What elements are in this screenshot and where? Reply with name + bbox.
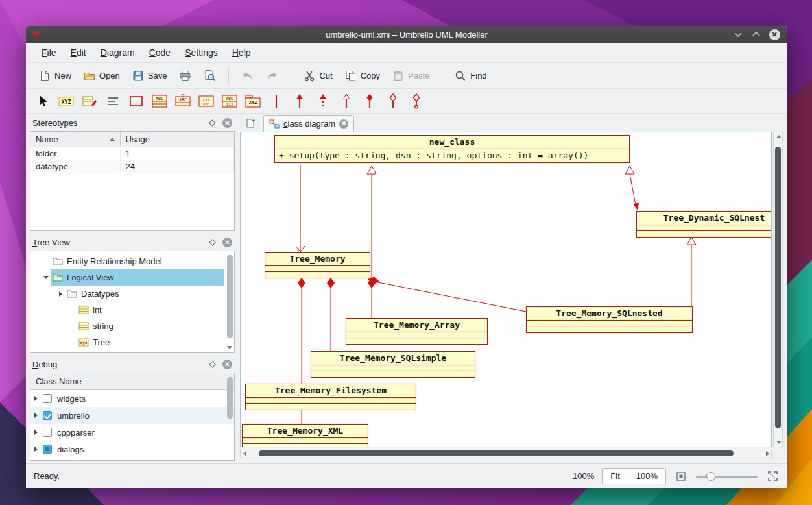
menu-help[interactable]: Help bbox=[226, 45, 257, 60]
tool-directed-association[interactable] bbox=[291, 93, 308, 110]
checkbox-unchecked[interactable] bbox=[43, 428, 52, 437]
zoom-slider[interactable] bbox=[696, 471, 758, 482]
undo-button[interactable] bbox=[237, 68, 257, 84]
stereotypes-dock-header[interactable]: Stereotypes ✕ bbox=[30, 115, 235, 131]
table-row[interactable]: datatype 24 bbox=[30, 160, 234, 173]
menu-edit[interactable]: Edit bbox=[64, 45, 93, 60]
debug-item-cppparser[interactable]: cppparser bbox=[30, 424, 234, 441]
debug-item-widgets[interactable]: widgets bbox=[30, 390, 234, 407]
uml-class-tree-dynamic-sqlnest[interactable]: Tree_Dynamic_SQLnest bbox=[636, 211, 772, 238]
class-name-column-header[interactable]: Class Name bbox=[30, 373, 234, 390]
debug-dock-header[interactable]: Debug ✕ bbox=[30, 356, 235, 373]
cut-button[interactable]: Cut bbox=[300, 68, 336, 84]
uml-class-tree-memory-array[interactable]: Tree_Memory_Array bbox=[346, 318, 488, 345]
tree-scrollbar[interactable] bbox=[227, 254, 233, 341]
chevron-right-icon[interactable] bbox=[34, 430, 38, 435]
titlebar[interactable]: umbrello-uml.xmi – Umbrello UML Modeller… bbox=[26, 26, 787, 43]
tool-class[interactable]: ABC bbox=[151, 93, 168, 110]
save-button[interactable]: Save bbox=[128, 68, 171, 84]
slider-track[interactable] bbox=[696, 476, 758, 478]
find-button[interactable]: Find bbox=[451, 68, 490, 84]
tool-lines[interactable] bbox=[104, 93, 121, 110]
maximize-icon[interactable] bbox=[748, 28, 764, 41]
menu-diagram[interactable]: Diagram bbox=[94, 45, 141, 60]
debug-item-umbrello[interactable]: umbrello bbox=[30, 407, 234, 424]
checkbox-partial[interactable] bbox=[43, 445, 52, 454]
close-dock-icon[interactable]: ✕ bbox=[222, 118, 232, 128]
tree-item-entity-relationship-model[interactable]: Entity Relationship Model bbox=[30, 253, 234, 269]
tool-dependency[interactable] bbox=[315, 93, 331, 110]
tool-composition[interactable] bbox=[385, 93, 401, 110]
tab-class-diagram[interactable]: class diagram ✕ bbox=[263, 115, 354, 132]
scrollbar-thumb[interactable] bbox=[227, 255, 233, 338]
tree-item-int[interactable]: int bbox=[30, 302, 234, 318]
zoom-100-button[interactable]: 100% bbox=[628, 468, 666, 484]
open-button[interactable]: Open bbox=[80, 68, 124, 84]
close-dock-icon[interactable]: ✕ bbox=[222, 238, 232, 247]
column-header-usage[interactable]: Usage bbox=[120, 132, 234, 147]
menu-settings[interactable]: Settings bbox=[178, 45, 224, 60]
scrollbar-thumb[interactable] bbox=[775, 147, 781, 428]
scroll-left-arrow[interactable] bbox=[241, 451, 248, 456]
fullscreen-button[interactable] bbox=[765, 469, 780, 484]
tree-view-dock-header[interactable]: Tree View ✕ bbox=[30, 234, 235, 251]
tree-item-string[interactable]: string bbox=[30, 318, 234, 334]
new-button[interactable]: New bbox=[35, 68, 75, 84]
tool-interface[interactable]: ABC bbox=[174, 93, 191, 110]
chevron-down-icon[interactable] bbox=[43, 276, 49, 279]
diagram-canvas[interactable]: new_class + setup(type : string, dsn : s… bbox=[240, 132, 772, 447]
tool-association[interactable] bbox=[268, 93, 285, 110]
close-icon[interactable]: ✕ bbox=[767, 28, 782, 41]
chevron-right-icon[interactable] bbox=[59, 291, 62, 297]
tree-item-logical-view[interactable]: Logical View bbox=[30, 269, 234, 286]
debug-item-dialogs[interactable]: dialogs bbox=[30, 441, 234, 458]
float-dock-icon[interactable] bbox=[207, 118, 217, 129]
checkbox-checked[interactable] bbox=[43, 411, 52, 420]
print-button[interactable] bbox=[175, 68, 195, 84]
chevron-right-icon[interactable] bbox=[34, 413, 38, 418]
uml-class-tree-memory-xml[interactable]: Tree_Memory_XML bbox=[242, 424, 368, 447]
tool-package[interactable]: XYZ bbox=[245, 93, 261, 110]
uml-class-tree-memory-sqlnested[interactable]: Tree_Memory_SQLnested bbox=[526, 306, 693, 333]
horizontal-scrollbar[interactable] bbox=[240, 449, 772, 458]
fit-page-button[interactable] bbox=[674, 469, 688, 484]
copy-button[interactable]: Copy bbox=[341, 68, 384, 84]
tool-enum[interactable]: ABC123 bbox=[221, 93, 238, 110]
paste-button[interactable]: Paste bbox=[388, 68, 433, 84]
tool-generalization[interactable] bbox=[338, 93, 355, 110]
chevron-right-icon[interactable] bbox=[34, 447, 38, 452]
menu-file[interactable]: File bbox=[35, 45, 63, 60]
tool-text[interactable]: XYZ bbox=[58, 93, 75, 110]
scrollbar-thumb[interactable] bbox=[227, 377, 233, 419]
float-dock-icon[interactable] bbox=[207, 238, 217, 248]
scroll-up-arrow-icon[interactable] bbox=[776, 135, 782, 138]
tool-note[interactable] bbox=[81, 93, 98, 110]
uml-class-new_class[interactable]: new_class + setup(type : string, dsn : s… bbox=[274, 135, 630, 163]
uml-class-tree-memory-sqlsimple[interactable]: Tree_Memory_SQLsimple bbox=[311, 351, 475, 378]
chevron-right-icon[interactable] bbox=[34, 396, 38, 401]
uml-class-tree-memory[interactable]: Tree_Memory bbox=[265, 252, 370, 278]
tree-item-datatypes[interactable]: Datatypes bbox=[30, 286, 234, 302]
print-preview-button[interactable] bbox=[200, 67, 220, 84]
tool-select[interactable] bbox=[34, 93, 51, 110]
right-arrow-icon[interactable] bbox=[766, 451, 769, 456]
minimize-icon[interactable] bbox=[730, 28, 746, 41]
fit-button[interactable]: Fit bbox=[602, 468, 627, 484]
tool-aggregation[interactable] bbox=[361, 93, 378, 110]
redo-button[interactable] bbox=[262, 68, 282, 84]
scroll-down-arrow-icon[interactable] bbox=[776, 441, 782, 444]
close-dock-icon[interactable]: ✕ bbox=[222, 360, 232, 369]
vertical-scrollbar[interactable] bbox=[773, 132, 783, 447]
scroll-down-arrow-icon[interactable] bbox=[227, 346, 232, 349]
table-row[interactable]: folder 1 bbox=[30, 147, 234, 160]
checkbox-unchecked[interactable] bbox=[43, 394, 52, 403]
scrollbar-thumb[interactable] bbox=[259, 450, 734, 456]
uml-class-tree-memory-filesystem[interactable]: Tree_Memory_Filesystem bbox=[245, 384, 416, 410]
close-tab-icon[interactable]: ✕ bbox=[339, 119, 348, 129]
menu-code[interactable]: Code bbox=[143, 45, 177, 60]
tool-datatype[interactable]: xyzabc bbox=[198, 93, 215, 110]
debug-scrollbar[interactable] bbox=[227, 376, 233, 434]
tool-containment[interactable] bbox=[408, 93, 425, 110]
float-dock-icon[interactable] bbox=[207, 360, 217, 370]
new-tab-button[interactable] bbox=[243, 116, 258, 130]
